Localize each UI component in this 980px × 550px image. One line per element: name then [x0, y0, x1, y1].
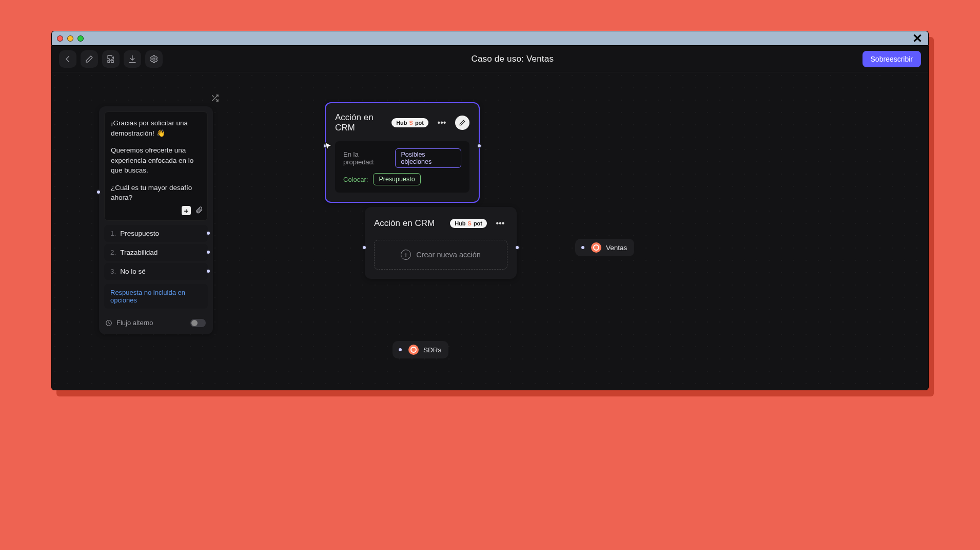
page-title: Caso de uso: Ventas — [167, 54, 858, 64]
gear-icon — [149, 54, 159, 64]
svg-point-0 — [153, 58, 155, 60]
response-not-included[interactable]: Respuesta no incluida en opciones — [104, 284, 208, 309]
close-window-icon[interactable] — [57, 35, 63, 42]
clock-icon — [105, 319, 112, 327]
attachment-icon[interactable] — [195, 206, 203, 217]
crm-node-title: Acción en CRM — [374, 218, 444, 229]
hubspot-icon — [408, 345, 419, 355]
alt-flow-label: Flujo alterno — [116, 319, 153, 327]
port-out[interactable] — [515, 245, 520, 250]
tag-label: Ventas — [606, 244, 627, 252]
maximize-window-icon[interactable] — [77, 35, 84, 42]
option-number: 2. — [110, 249, 116, 256]
add-icon[interactable]: + — [182, 206, 191, 215]
port-in[interactable] — [398, 347, 403, 352]
alt-flow-toggle[interactable] — [190, 319, 206, 327]
option-number: 3. — [110, 268, 116, 275]
colocar-label: Colocar: — [343, 176, 368, 183]
hubspot-badge: HubSpot — [450, 219, 487, 228]
message-p3: ¿Cuál es tu mayor desafío ahora? — [111, 183, 201, 203]
crm-action-node[interactable]: Acción en CRM HubSpot ••• + Crear nueva … — [365, 207, 517, 279]
message-p2: Queremos ofrecerte una experiencia enfoc… — [111, 145, 201, 176]
port-in[interactable] — [362, 245, 367, 250]
minimize-window-icon[interactable] — [67, 35, 73, 42]
extension-button[interactable] — [102, 50, 120, 68]
port-out[interactable] — [206, 269, 211, 274]
message-p1: ¡Gracias por solicitar una demostración!… — [111, 118, 201, 138]
close-icon[interactable]: ✕ — [912, 33, 923, 44]
message-node[interactable]: ¡Gracias por solicitar una demostración!… — [99, 106, 213, 334]
crm-node-title: Acción en CRM — [335, 112, 385, 133]
shuffle-icon[interactable] — [211, 94, 219, 104]
port-in[interactable] — [96, 189, 101, 195]
option-label: Trazabilidad — [120, 249, 158, 256]
tag-label: SDRs — [423, 346, 441, 354]
traffic-lights — [57, 35, 84, 42]
option-trazabilidad[interactable]: 2. Trazabilidad — [104, 244, 208, 261]
window-titlebar: ✕ — [51, 31, 929, 45]
port-out[interactable] — [477, 143, 482, 148]
overwrite-button[interactable]: Sobreescribir — [863, 51, 921, 67]
edit-button[interactable] — [81, 50, 98, 68]
option-label: No lo sé — [120, 268, 146, 275]
flow-canvas[interactable]: ¡Gracias por solicitar una demostración!… — [52, 72, 928, 390]
hubspot-icon: S — [409, 120, 413, 126]
option-list: 1. Presupuesto 2. Trazabilidad 3. No lo … — [104, 225, 208, 280]
port-out[interactable] — [206, 250, 211, 255]
prop-value[interactable]: Posibles objeciones — [395, 148, 461, 168]
option-no-lo-se[interactable]: 3. No lo sé — [104, 263, 208, 280]
crm-node-body: En la propiedad: Posibles objeciones Col… — [335, 141, 469, 193]
arrow-left-icon — [63, 54, 72, 64]
toolbar: Caso de uso: Ventas Sobreescribir — [52, 46, 928, 72]
more-icon[interactable]: ••• — [435, 116, 449, 130]
create-new-action-label: Crear nueva acción — [416, 251, 481, 259]
settings-button[interactable] — [145, 50, 163, 68]
more-icon[interactable]: ••• — [493, 216, 507, 231]
colocar-value[interactable]: Presupuesto — [373, 173, 420, 185]
hubspot-icon: S — [468, 220, 472, 226]
create-new-action[interactable]: + Crear nueva acción — [374, 240, 507, 270]
hubspot-badge: HubSpot — [391, 118, 428, 127]
pencil-icon — [459, 119, 466, 126]
option-number: 1. — [110, 230, 116, 237]
edit-icon — [85, 54, 94, 64]
ventas-tag-node[interactable]: Ventas — [575, 239, 634, 256]
hubspot-icon — [591, 242, 601, 253]
sdrs-tag-node[interactable]: SDRs — [393, 341, 448, 358]
port-in[interactable] — [580, 245, 585, 250]
crm-action-node-selected[interactable]: Acción en CRM HubSpot ••• En la propieda… — [325, 102, 480, 203]
plus-circle-icon: + — [401, 250, 411, 260]
back-button[interactable] — [59, 50, 76, 68]
prop-label: En la propiedad: — [343, 150, 390, 166]
app-body: Caso de uso: Ventas Sobreescribir ¡ — [51, 45, 929, 390]
download-icon — [128, 54, 137, 64]
puzzle-icon — [106, 54, 115, 64]
edit-node-button[interactable] — [455, 116, 469, 130]
message-text[interactable]: ¡Gracias por solicitar una demostración!… — [104, 111, 208, 221]
window-frame: ✕ Caso de uso: Ventas Sobreescribir — [51, 31, 929, 390]
port-out[interactable] — [206, 231, 211, 236]
alt-flow-row: Flujo alterno — [104, 319, 208, 327]
download-button[interactable] — [124, 50, 141, 68]
option-presupuesto[interactable]: 1. Presupuesto — [104, 225, 208, 242]
port-in[interactable] — [323, 143, 328, 148]
option-label: Presupuesto — [120, 230, 159, 237]
